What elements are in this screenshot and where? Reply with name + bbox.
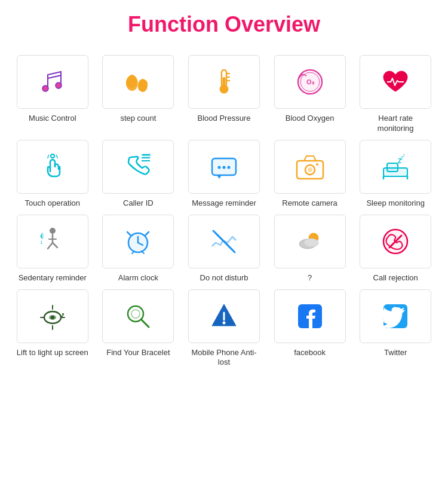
svg-point-26 [308,167,312,172]
svg-point-53 [131,310,140,318]
function-item-heart-rate: Heart rate monitoring [355,55,436,134]
label-caller-id: Caller ID [123,198,154,209]
svg-point-23 [227,166,230,169]
label-message-reminder: Message reminder [192,198,256,209]
function-item-remote-camera: Remote camera [269,140,351,209]
page-title: Function Overview [6,12,442,37]
label-music-control: Music Control [29,114,76,124]
svg-line-2 [48,75,61,78]
label-twitter: Twitter [384,348,407,358]
svg-point-21 [217,166,220,169]
function-item-touch-operation: Touch operation [12,140,93,209]
svg-point-22 [222,166,225,169]
label-sedentary-reminder: Sedentary reminder [19,273,87,283]
icon-box-call-rejection [360,215,431,268]
icon-box-sedentary-reminder: 1 [17,215,88,268]
icon-box-blood-oxygen: O₂ [274,55,346,109]
label-lift-screen: Lift to light up screen [17,348,88,358]
svg-point-33 [50,228,56,234]
label-do-not-disturb: Do not disturb [200,273,248,283]
icon-box-step-count [102,55,174,109]
function-item-twitter: Twitter [355,289,436,368]
svg-point-1 [56,82,62,88]
label-touch-operation: Touch operation [25,198,81,209]
icon-box-touch-operation [17,140,88,194]
svg-text:1: 1 [40,240,43,245]
icon-box-find-bracelet [102,289,174,343]
icon-box-twitter [360,289,431,343]
icon-box-music-control [17,55,88,109]
svg-point-5 [138,79,148,92]
icon-box-facebook [274,289,346,343]
svg-point-27 [316,163,318,166]
label-alarm-clock: Alarm clock [118,273,158,283]
icon-box-caller-id: XXX [102,140,174,194]
label-find-bracelet: Find Your Bracelet [106,348,170,358]
svg-line-52 [141,319,149,327]
icon-box-heart-rate [360,55,431,109]
label-blood-oxygen: Blood Oxygen [286,114,335,124]
icon-box-do-not-disturb [188,215,260,268]
svg-rect-29 [387,163,398,172]
icon-box-remote-camera [274,140,346,194]
svg-point-55 [222,321,225,324]
function-item-step-count: step count [98,55,179,134]
function-item-sleep-monitoring: Z Z Z Sleep monitoring [355,140,436,209]
icon-box-message-reminder [188,140,260,194]
label-remote-camera: Remote camera [282,198,337,209]
svg-point-0 [42,85,48,91]
svg-text:XXX: XXX [143,153,151,157]
function-item-find-bracelet: Find Your Bracelet [98,289,179,368]
function-item-alarm-clock: Alarm clock [98,215,179,283]
label-facebook: facebook [294,348,326,358]
function-grid: Music Control step count Blood Pressure … [6,55,442,368]
icon-box-blood-pressure [188,55,260,109]
label-sleep-monitoring: Sleep monitoring [366,198,425,209]
svg-point-8 [220,85,228,93]
label-step-count: step count [120,114,156,124]
label-weather: ? [308,273,312,283]
label-blood-pressure: Blood Pressure [198,114,251,124]
svg-point-15 [51,154,54,158]
function-item-sedentary-reminder: 1 Sedentary reminder [12,215,93,283]
svg-point-46 [51,316,54,319]
function-item-do-not-disturb: Do not disturb [183,215,265,283]
function-item-call-rejection: Call rejection [355,215,436,283]
function-item-facebook: facebook [269,289,351,368]
label-heart-rate: Heart rate monitoring [360,114,431,134]
function-item-blood-oxygen: O₂ Blood Oxygen [269,55,351,134]
function-item-lift-screen: Lift to light up screen [12,289,93,368]
function-item-caller-id: XXX Caller ID [98,140,179,209]
function-item-message-reminder: Message reminder [183,140,265,209]
icon-box-lift-screen [17,289,88,343]
svg-text:O₂: O₂ [306,78,315,85]
label-anti-lost: Mobile Phone Anti-lost [188,348,260,368]
icon-box-alarm-clock [102,215,174,268]
function-item-music-control: Music Control [12,55,93,134]
icon-box-weather [274,215,346,268]
svg-text:Z: Z [403,154,405,157]
svg-line-38 [213,231,235,252]
label-call-rejection: Call rejection [373,273,418,283]
svg-point-4 [127,75,137,88]
icon-box-sleep-monitoring: Z Z Z [360,140,431,194]
svg-point-41 [304,239,318,247]
icon-box-anti-lost [188,289,260,343]
function-item-blood-pressure: Blood Pressure [183,55,265,134]
function-item-weather: ? [269,215,351,283]
function-item-anti-lost: Mobile Phone Anti-lost [183,289,265,368]
